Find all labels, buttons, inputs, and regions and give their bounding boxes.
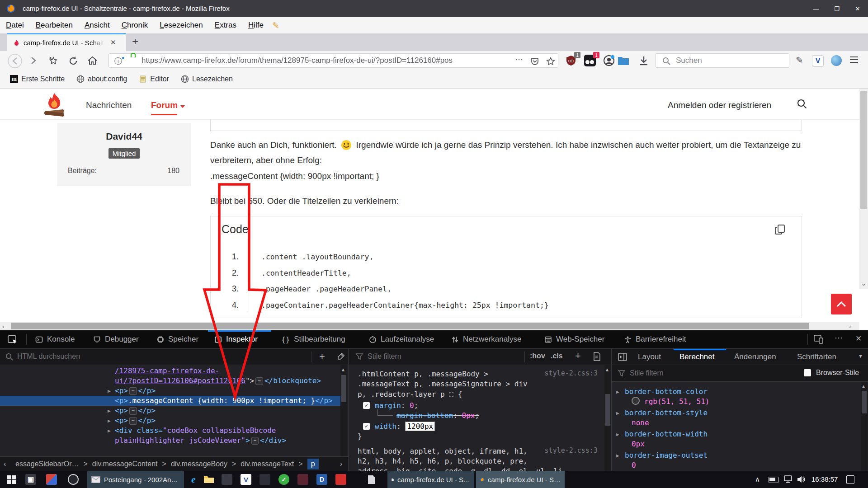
breadcrumb-item[interactable]: div.messageContent bbox=[92, 460, 158, 468]
pencil-icon[interactable]: ✎ bbox=[272, 20, 279, 31]
taskbar-app-icon[interactable] bbox=[46, 474, 57, 485]
expand-arrow-icon[interactable]: ▶ bbox=[108, 428, 111, 434]
tab-stilbearbeitung[interactable]: {}Stilbearbeitung bbox=[281, 330, 345, 348]
taskbar-explorer-icon[interactable] bbox=[203, 475, 214, 484]
download-icon[interactable] bbox=[638, 55, 649, 66]
menu-lesezeichen[interactable]: Lesezeichen bbox=[154, 17, 208, 33]
rule-selector[interactable]: .messageText p, .messageSignature > div bbox=[358, 379, 528, 389]
chevron-down-icon[interactable]: ▼ bbox=[858, 353, 863, 359]
computed-prop-name[interactable]: border-bottom-width bbox=[625, 429, 708, 439]
devtools-menu-icon[interactable]: ⋯ bbox=[835, 333, 843, 343]
nav-forum[interactable]: Forum bbox=[151, 100, 185, 110]
menu-extras[interactable]: Extras bbox=[209, 17, 242, 33]
login-link[interactable]: Anmelden oder registrieren bbox=[668, 100, 771, 110]
expand-arrow-icon[interactable]: ▶ bbox=[108, 408, 111, 414]
page-horizontal-scrollbar[interactable]: ‹ › bbox=[0, 322, 859, 330]
search-bar[interactable]: Suchen bbox=[656, 53, 789, 68]
breadcrumb-scroll-left-icon[interactable]: ‹ bbox=[4, 460, 6, 468]
tab-konsole[interactable]: Konsole bbox=[35, 330, 75, 348]
expand-arrow-icon[interactable]: ▶ bbox=[616, 410, 619, 416]
speaker-icon[interactable] bbox=[797, 475, 806, 483]
tab-barrierefreiheit[interactable]: Barrierefreiheit bbox=[624, 330, 686, 348]
style-filter-input[interactable]: Stile filtern bbox=[368, 352, 401, 361]
responsive-mode-icon[interactable] bbox=[814, 335, 824, 344]
tab-netzwerkanalyse[interactable]: Netzwerkanalyse bbox=[451, 330, 521, 348]
expand-arrow-icon[interactable]: ▶ bbox=[108, 388, 111, 394]
browser-styles-checkbox[interactable] bbox=[804, 369, 811, 376]
expand-arrow-icon[interactable]: ▶ bbox=[616, 389, 619, 395]
taskbar-app-icon[interactable]: ▣ bbox=[25, 474, 36, 485]
tab-speicher[interactable]: Speicher bbox=[156, 330, 198, 348]
markup-row[interactable]: <div class="codeBox collapsibleBbcode bbox=[115, 426, 276, 436]
menu-hilfe[interactable]: Hilfe bbox=[242, 17, 269, 33]
devtools-close-icon[interactable]: ✕ bbox=[855, 334, 862, 343]
taskbar-app-icon[interactable] bbox=[222, 474, 232, 485]
sidebar-toggle-icon[interactable] bbox=[618, 352, 627, 361]
taskbar-app-icon[interactable] bbox=[68, 474, 79, 485]
rule-selector[interactable]: h2, h3, h4, h5, h6, p, blockquote, pre, bbox=[358, 456, 528, 466]
start-button[interactable] bbox=[7, 475, 16, 484]
taskbar-window-1[interactable]: camp-firefox.de UI - S… bbox=[387, 471, 474, 488]
rule-selector[interactable]: p, .redactor-layer p ⛶ { bbox=[358, 389, 462, 399]
privacy-extension-icon[interactable] bbox=[603, 55, 615, 66]
markup-row[interactable]: plainHighlighter jsCodeViewer">⋯</div> bbox=[115, 436, 286, 446]
ublock-icon[interactable]: uO 1 bbox=[565, 55, 577, 66]
expand-arrow-icon[interactable]: ▶ bbox=[616, 432, 619, 437]
new-tab-button[interactable]: + bbox=[132, 35, 138, 48]
tab-debugger[interactable]: Debugger bbox=[93, 330, 139, 348]
taskbar-mail-window[interactable]: Posteingang - 2002An… bbox=[87, 471, 184, 488]
stylesheet-link[interactable]: style-2.css:3 bbox=[545, 369, 598, 377]
markup-scrollbar[interactable]: ▲ bbox=[340, 365, 347, 456]
declaration-checkbox[interactable]: ✓ bbox=[363, 402, 370, 409]
markup-row-selected[interactable]: <p>.messageContent {width: 900px !import… bbox=[115, 396, 333, 406]
declaration-width[interactable]: width: 1200px bbox=[375, 422, 435, 432]
menu-datei[interactable]: Datei bbox=[0, 17, 30, 33]
markup-row[interactable]: /128975-camp-firefox-de- bbox=[115, 366, 219, 376]
site-info-icon[interactable]: ⓘ bbox=[114, 56, 122, 66]
v-extension-icon[interactable]: V bbox=[812, 55, 824, 67]
scroll-top-button[interactable] bbox=[831, 294, 852, 314]
menu-ansicht[interactable]: Ansicht bbox=[79, 17, 116, 33]
rule-selector[interactable]: address, big, cite, code, q, dl, dd, ol,… bbox=[358, 466, 566, 471]
url-bar[interactable]: ⓘ ● https://www.camp-firefox.de/forum/th… bbox=[108, 53, 558, 68]
add-rule-button[interactable]: + bbox=[575, 350, 581, 362]
tab-close-icon[interactable]: ✕ bbox=[110, 38, 116, 47]
tray-expand-icon[interactable]: ∧ bbox=[755, 475, 760, 483]
copy-icon[interactable] bbox=[774, 224, 786, 235]
eyedropper-icon[interactable] bbox=[336, 352, 345, 361]
url-text[interactable]: https://www.camp-firefox.de/forum/thema/… bbox=[142, 56, 512, 65]
page-vertical-scrollbar[interactable]: ⌄ bbox=[859, 89, 868, 289]
computed-prop-name[interactable]: border-bottom-color bbox=[625, 387, 708, 397]
nav-nachrichten[interactable]: Nachrichten bbox=[86, 100, 132, 110]
markup-row[interactable]: <p>⋯</p> bbox=[115, 386, 156, 396]
close-button[interactable]: ✕ bbox=[847, 0, 868, 17]
network-icon[interactable] bbox=[783, 475, 793, 483]
home-icon[interactable] bbox=[87, 55, 98, 66]
rule-selector[interactable]: .htmlContent p, .messageBody > bbox=[358, 369, 488, 379]
taskbar-edge-icon[interactable]: e bbox=[188, 474, 199, 485]
tab-schriftarten[interactable]: Schriftarten bbox=[797, 352, 836, 361]
add-node-button[interactable]: + bbox=[319, 351, 325, 362]
taskbar-notes-icon[interactable] bbox=[367, 475, 375, 484]
cookie-extension-icon[interactable]: 1 bbox=[584, 55, 596, 66]
taskbar-window-2[interactable]: camp-firefox.de UI - S… bbox=[476, 471, 565, 488]
pick-element-icon[interactable] bbox=[7, 334, 18, 345]
tab-aenderungen[interactable]: Änderungen bbox=[734, 352, 776, 361]
scroll-left-icon[interactable]: ‹ bbox=[2, 323, 4, 330]
rules-scrollbar[interactable]: ▲ bbox=[604, 365, 611, 471]
minimize-button[interactable]: — bbox=[806, 0, 826, 17]
menu-chronik[interactable]: Chronik bbox=[116, 17, 154, 33]
folder-extension-icon[interactable] bbox=[618, 56, 629, 66]
action-center-icon[interactable] bbox=[846, 475, 854, 484]
markup-row[interactable]: <p>⋯</p> bbox=[115, 416, 156, 426]
declaration-margin[interactable]: margin: 0; bbox=[375, 401, 418, 411]
forum-search-icon[interactable] bbox=[797, 99, 807, 109]
restore-button[interactable]: ❐ bbox=[826, 0, 847, 17]
author-name[interactable]: David44 bbox=[57, 131, 191, 142]
reload-icon[interactable] bbox=[68, 56, 79, 66]
stylesheet-link[interactable]: style-2.css:3 bbox=[545, 446, 598, 455]
taskbar-vlc-icon[interactable]: V bbox=[241, 474, 251, 485]
scroll-right-icon[interactable]: › bbox=[849, 323, 851, 330]
breadcrumb-scroll-right-icon[interactable]: › bbox=[340, 460, 342, 468]
globe-extension-icon[interactable] bbox=[831, 55, 842, 66]
